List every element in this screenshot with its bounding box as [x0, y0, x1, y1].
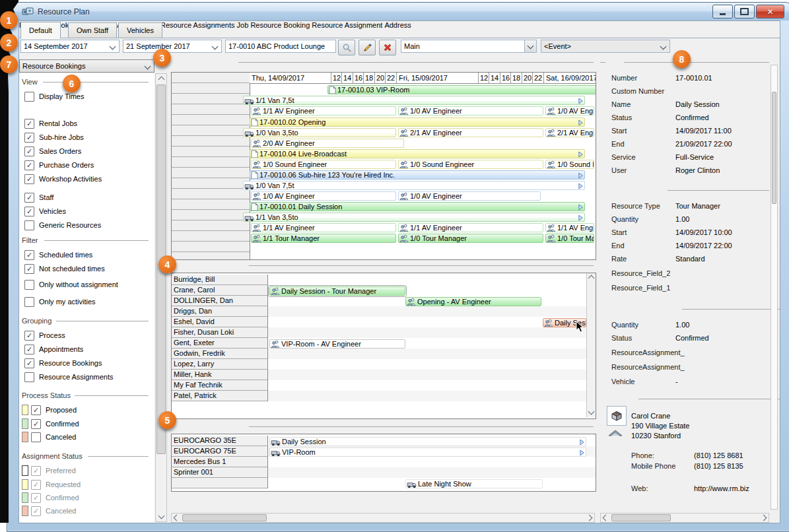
booking-bar[interactable]: 1/0 AV Engineer — [545, 106, 594, 116]
assignment-bar[interactable]: Daily Session — [269, 437, 586, 446]
date-from-combobox[interactable]: 14 September 2017 — [20, 40, 120, 53]
plan-type-combobox[interactable]: Main — [401, 40, 537, 53]
staff-row[interactable]: My Faf Technik — [172, 380, 268, 391]
details-horizontal-scrollbar[interactable] — [600, 513, 769, 523]
booking-bar[interactable]: 2/0 AV Engineer — [251, 139, 404, 148]
scroll-left-button[interactable] — [172, 514, 181, 521]
staff-row[interactable]: Crane, Carol — [172, 285, 268, 296]
checkbox-assign-canceled[interactable] — [31, 506, 41, 516]
expand-arrow-icon[interactable] — [578, 98, 583, 104]
booking-bar[interactable]: 2/1 AV Engineer — [398, 128, 543, 137]
checkbox-confirmed[interactable] — [31, 419, 41, 429]
booking-bar[interactable]: 1/0 Van 7,5t — [243, 181, 585, 190]
scroll-up-button[interactable] — [156, 75, 166, 84]
checkbox-vehicles[interactable] — [24, 207, 34, 216]
expand-arrow-icon[interactable] — [578, 151, 583, 158]
expand-arrow-icon[interactable] — [578, 183, 583, 189]
booking-bar[interactable]: 1/0 AV Engineer — [251, 191, 396, 201]
center-horizontal-scrollbar[interactable] — [171, 513, 595, 523]
checkbox-preferred[interactable] — [31, 466, 41, 476]
booking-bar[interactable]: 1/1 Van 3,5to — [243, 213, 585, 222]
booking-bar[interactable]: 1/1 AV Engineer — [251, 106, 396, 116]
vehicle-row[interactable]: EUROCARGO 75E — [172, 446, 268, 457]
assignment-bar[interactable]: Daily Session - Tour Manager — [269, 286, 405, 296]
event-combobox[interactable]: <Event> — [541, 40, 670, 53]
staff-row[interactable]: Eshel, David — [172, 317, 268, 327]
booking-bar[interactable]: 1/0 Sound Engineer — [251, 160, 396, 169]
scrollbar-thumb[interactable] — [772, 92, 776, 204]
booking-bar[interactable]: 17-0010.03 VIP-Room — [327, 85, 596, 94]
checkbox-generic-resources[interactable] — [24, 220, 34, 230]
tab-own-staff[interactable]: Own Staff — [68, 22, 117, 38]
vehicle-assignments-panel[interactable]: EUROCARGO 35E EUROCARGO 75E Mercedes Bus… — [171, 434, 596, 492]
staff-row[interactable]: Miller, Hank — [172, 370, 268, 380]
booking-bar[interactable]: 1/0 Tour Manager — [398, 234, 543, 243]
booking-bar[interactable]: 1/1 AV Engineer — [545, 223, 594, 232]
booking-bar[interactable]: 17-0010.02 Opening — [250, 117, 585, 127]
booking-bar[interactable]: 2/1 AV Engineer — [545, 128, 594, 137]
maximize-button[interactable] — [734, 5, 755, 18]
scroll-down-button[interactable] — [587, 408, 596, 416]
staff-row[interactable]: Lopez, Larry — [172, 359, 268, 370]
staff-row[interactable]: Burridge, Bill — [172, 275, 268, 285]
minimize-button[interactable] — [712, 5, 733, 18]
checkbox-resource-bookings[interactable] — [24, 358, 34, 368]
vehicle-row[interactable] — [172, 478, 268, 488]
checkbox-scheduled-times[interactable] — [24, 250, 34, 260]
booking-bar[interactable]: 17-0010.06 Sub-hire 123 You're Hired Inc… — [250, 170, 585, 180]
expand-arrow-icon[interactable] — [578, 204, 583, 211]
checkbox-rental-jobs[interactable] — [24, 119, 34, 129]
checkbox-sub-hire-jobs[interactable] — [24, 133, 34, 143]
checkbox-only-without-assignment[interactable] — [24, 280, 34, 290]
booking-bar[interactable]: 17-0010.01 Daily Session — [250, 202, 585, 211]
scrollbar-thumb[interactable] — [182, 514, 267, 521]
booking-bar[interactable]: 1/1 AV Engineer — [398, 223, 543, 232]
checkbox-resource-assignments[interactable] — [24, 372, 34, 382]
date-to-combobox[interactable]: 21 September 2017 — [123, 40, 222, 53]
checkbox-display-times[interactable] — [24, 92, 34, 102]
checkbox-assign-confirmed[interactable] — [31, 493, 41, 503]
booking-bar[interactable]: 1/0 Sound Engineer — [398, 160, 543, 169]
booking-bar[interactable]: 1/0 Sound Engineer — [545, 160, 594, 169]
scroll-left-button[interactable] — [601, 514, 610, 521]
staff-row[interactable]: Godwin, Fredrik — [172, 349, 268, 359]
checkbox-proposed[interactable] — [31, 405, 41, 415]
booking-bar[interactable]: 1/0 Tour Manager — [545, 234, 594, 243]
clear-button[interactable] — [379, 40, 396, 55]
booking-bar[interactable]: 1/0 AV Engineer — [398, 106, 543, 116]
checkbox-only-my-activities[interactable] — [24, 297, 34, 307]
booking-bar[interactable]: 1/1 Van 7,5t — [243, 96, 585, 105]
checkbox-staff[interactable] — [24, 193, 34, 203]
expand-arrow-icon[interactable] — [578, 119, 583, 126]
expand-arrow-icon[interactable] — [578, 215, 583, 221]
assignment-bar[interactable]: VIP-Room — [269, 448, 586, 457]
vehicle-row[interactable]: EUROCARGO 35E — [172, 436, 268, 446]
booking-bar[interactable]: 1/1 AV Engineer — [251, 223, 396, 232]
assignment-bar[interactable]: VIP-Room - AV Engineer — [269, 339, 405, 349]
search-button[interactable] — [338, 40, 355, 55]
checkbox-requested[interactable] — [31, 480, 41, 490]
checkbox-workshop-activities[interactable] — [24, 174, 34, 184]
expand-arrow-icon[interactable] — [580, 449, 584, 456]
assignment-bar[interactable]: Opening - AV Engineer — [405, 297, 541, 306]
staff-row[interactable]: Gent, Exeter — [172, 338, 268, 349]
expand-arrow-icon[interactable] — [578, 172, 583, 179]
scroll-right-button[interactable] — [759, 514, 768, 521]
scrollbar-thumb[interactable] — [611, 514, 671, 521]
scroll-right-button[interactable] — [585, 514, 594, 521]
edit-button[interactable] — [359, 40, 376, 55]
staff-assignments-panel[interactable]: Burridge, Bill Crane, Carol DOLLINGER, D… — [171, 273, 596, 419]
staff-panel-scrollbar[interactable] — [586, 273, 596, 417]
staff-row[interactable]: Fisher, Dusan Loki — [172, 327, 268, 338]
booking-bar[interactable]: 17-0010.04 Live-Broadcast — [250, 149, 585, 158]
vehicle-row[interactable]: Mercedes Bus 1 — [172, 457, 268, 467]
booking-bar[interactable]: 1/0 AV Engineer — [398, 191, 541, 201]
checkbox-process[interactable] — [24, 331, 34, 341]
dropdown-button[interactable] — [524, 40, 536, 52]
checkbox-appointments[interactable] — [24, 345, 34, 354]
title-bar[interactable]: Resource Plan ✕ — [7, 3, 789, 20]
panel-mode-selector[interactable]: Resource Bookings — [19, 59, 154, 73]
expand-arrow-icon[interactable] — [580, 439, 584, 446]
staff-row[interactable]: Driggs, Dan — [172, 306, 268, 317]
checkbox-sales-orders[interactable] — [24, 147, 34, 156]
